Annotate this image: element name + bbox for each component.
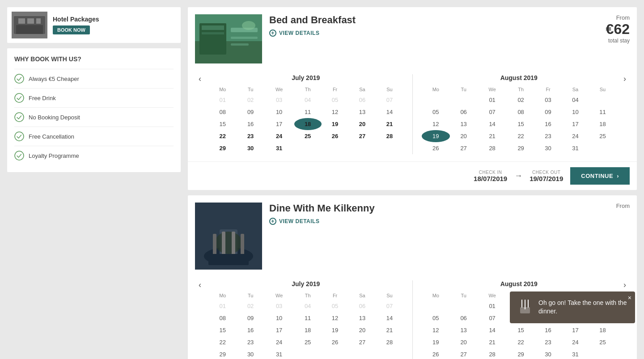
calendar-day[interactable]: 20 [450,336,477,348]
calendar-day[interactable]: 14 [376,106,403,118]
calendar-day[interactable]: 04 [294,300,322,312]
calendar-day[interactable]: 06 [349,94,376,106]
calendar-day[interactable]: 22 [208,130,237,142]
calendar-day[interactable]: 18 [589,118,616,130]
book-now-button[interactable]: BOOK NOW [53,25,90,34]
calendar-day[interactable]: 05 [422,106,450,118]
calendar-day[interactable]: 27 [349,336,376,348]
calendar-day[interactable]: 01 [477,300,507,312]
bnb-continue-button[interactable]: CONTINUE › [570,167,630,185]
calendar-day[interactable]: 02 [237,300,264,312]
bnb-cal-next-btn[interactable]: › [620,74,630,84]
calendar-day[interactable]: 18 [294,118,322,130]
calendar-day[interactable]: 19 [422,130,450,142]
calendar-day[interactable]: 10 [264,106,294,118]
calendar-day[interactable]: 28 [376,130,403,142]
calendar-day[interactable]: 29 [507,348,534,359]
calendar-day[interactable]: 24 [264,130,294,142]
calendar-day[interactable]: 06 [450,312,477,324]
calendar-day[interactable]: 25 [589,336,616,348]
calendar-day[interactable]: 10 [562,106,589,118]
calendar-day[interactable]: 03 [534,94,562,106]
calendar-day[interactable]: 03 [264,300,294,312]
calendar-day[interactable]: 26 [322,336,349,348]
calendar-day[interactable]: 29 [208,348,237,359]
calendar-day[interactable]: 01 [477,94,507,106]
calendar-day[interactable]: 14 [477,324,507,336]
calendar-day[interactable]: 14 [477,118,507,130]
calendar-day[interactable]: 11 [294,312,322,324]
calendar-day[interactable]: 12 [422,324,450,336]
calendar-day[interactable]: 25 [294,336,322,348]
dine-view-details-link[interactable]: + VIEW DETAILS [269,218,578,225]
calendar-day[interactable]: 17 [562,118,589,130]
calendar-day[interactable]: 20 [450,130,477,142]
calendar-day[interactable]: 30 [534,142,562,154]
calendar-day[interactable]: 10 [264,312,294,324]
calendar-day[interactable]: 09 [237,312,264,324]
calendar-day[interactable]: 30 [237,348,264,359]
calendar-day[interactable]: 09 [534,106,562,118]
calendar-day[interactable]: 01 [208,300,237,312]
calendar-day[interactable]: 02 [507,94,534,106]
calendar-day[interactable]: 09 [237,106,264,118]
calendar-day[interactable]: 13 [349,106,376,118]
calendar-day[interactable]: 02 [237,94,264,106]
calendar-day[interactable]: 16 [237,324,264,336]
calendar-day[interactable]: 29 [507,142,534,154]
calendar-day[interactable]: 19 [322,324,349,336]
calendar-day[interactable]: 11 [589,106,616,118]
calendar-day[interactable]: 17 [264,324,294,336]
dine-cal-prev-btn[interactable]: ‹ [195,280,205,290]
calendar-day[interactable]: 26 [322,130,349,142]
calendar-day[interactable]: 23 [534,336,562,348]
calendar-day[interactable]: 25 [294,130,322,142]
calendar-day[interactable]: 27 [450,348,477,359]
calendar-day[interactable]: 07 [376,94,403,106]
calendar-day[interactable]: 19 [322,118,349,130]
calendar-day[interactable]: 16 [534,118,562,130]
calendar-day[interactable]: 22 [507,130,534,142]
calendar-day[interactable]: 20 [349,118,376,130]
calendar-day[interactable]: 13 [349,312,376,324]
calendar-day[interactable]: 16 [237,118,264,130]
calendar-day[interactable]: 17 [264,118,294,130]
calendar-day[interactable]: 21 [376,324,403,336]
calendar-day[interactable]: 21 [477,336,507,348]
calendar-day[interactable]: 23 [237,336,264,348]
calendar-day[interactable]: 30 [237,142,264,154]
calendar-day[interactable]: 15 [208,118,237,130]
calendar-day[interactable]: 22 [208,336,237,348]
calendar-day[interactable]: 28 [477,142,507,154]
toast-close-button[interactable]: × [628,294,631,301]
bnb-view-details-link[interactable]: + VIEW DETAILS [269,30,578,37]
calendar-day[interactable]: 16 [534,324,562,336]
calendar-day[interactable]: 13 [450,118,477,130]
calendar-day[interactable]: 04 [562,94,589,106]
calendar-day[interactable]: 30 [534,348,562,359]
calendar-day[interactable]: 28 [376,336,403,348]
calendar-day[interactable]: 08 [208,312,237,324]
calendar-day[interactable]: 26 [422,348,450,359]
calendar-day[interactable]: 22 [507,336,534,348]
calendar-day[interactable]: 19 [422,336,450,348]
calendar-day[interactable]: 13 [450,324,477,336]
calendar-day[interactable]: 07 [477,106,507,118]
calendar-day[interactable]: 12 [322,106,349,118]
calendar-day[interactable]: 18 [294,324,322,336]
calendar-day[interactable]: 31 [264,348,294,359]
calendar-day[interactable]: 01 [208,94,237,106]
calendar-day[interactable]: 27 [349,130,376,142]
calendar-day[interactable]: 24 [562,336,589,348]
calendar-day[interactable]: 25 [589,130,616,142]
calendar-day[interactable]: 14 [376,312,403,324]
calendar-day[interactable]: 17 [562,324,589,336]
calendar-day[interactable]: 21 [376,118,403,130]
calendar-day[interactable]: 07 [376,300,403,312]
calendar-day[interactable]: 08 [507,106,534,118]
calendar-day[interactable]: 04 [294,94,322,106]
calendar-day[interactable]: 15 [208,324,237,336]
calendar-day[interactable]: 23 [237,130,264,142]
calendar-day[interactable]: 03 [264,94,294,106]
dine-cal-next-btn[interactable]: › [620,280,630,290]
